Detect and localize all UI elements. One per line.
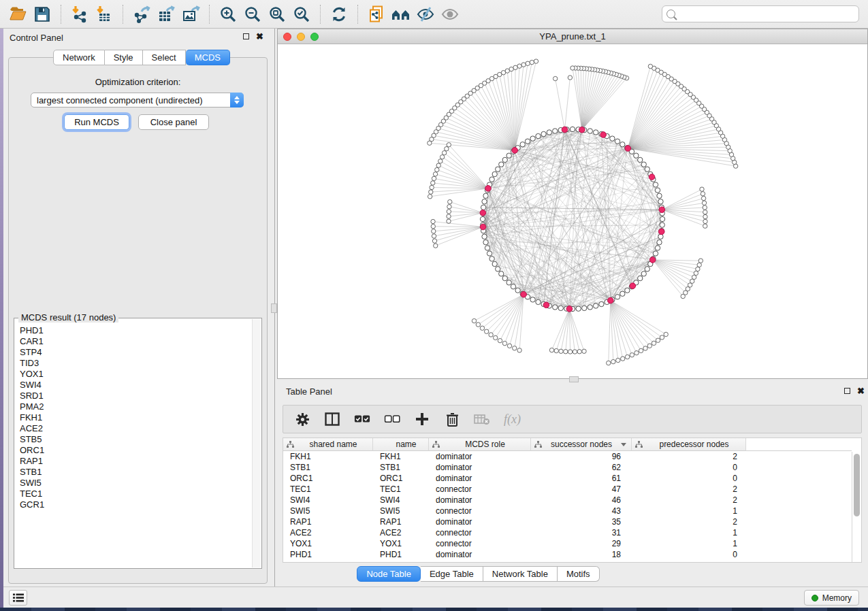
cell-name: ORC1	[373, 474, 429, 484]
cell-shared-name: SWI5	[283, 506, 373, 517]
mcds-result-item[interactable]: PHD1	[16, 325, 251, 336]
table-row[interactable]: SWI5SWI5connector431	[283, 506, 852, 517]
table-row[interactable]: YOX1YOX1connector291	[283, 539, 852, 550]
mcds-result-item[interactable]: PMA2	[16, 401, 251, 412]
table-toolbar: f(x)	[283, 405, 862, 433]
new-network-from-selection-icon[interactable]	[364, 3, 389, 26]
main-toolbar	[0, 0, 868, 29]
toolbar-separator	[320, 5, 321, 24]
search-icon	[666, 10, 675, 18]
mcds-result-item[interactable]: ACE2	[16, 423, 251, 434]
zoom-out-icon[interactable]	[240, 3, 265, 26]
table-row[interactable]: ORC1ORC1dominator610	[283, 474, 852, 484]
float-panel-icon[interactable]	[844, 388, 850, 394]
open-file-icon[interactable]	[5, 3, 30, 26]
tab-select[interactable]: Select	[143, 50, 186, 65]
cell-MCDS-role: dominator	[429, 474, 531, 484]
mcds-result-item[interactable]: ORC1	[16, 445, 251, 456]
tab-edge-table[interactable]: Edge Table	[421, 566, 483, 582]
table-scrollbar-thumb[interactable]	[854, 454, 860, 516]
save-session-icon[interactable]	[30, 3, 54, 26]
criterion-value: largest connected component (undirected)	[31, 95, 230, 105]
mcds-result-item[interactable]: TEC1	[16, 489, 251, 499]
mcds-result-item[interactable]: YOX1	[16, 369, 251, 380]
table-row[interactable]: PHD1PHD1dominator180	[283, 550, 852, 561]
cell-predecessor-nodes: 2	[632, 495, 746, 506]
memory-button[interactable]: Memory	[804, 590, 859, 606]
cell-successor-nodes: 35	[531, 517, 632, 528]
export-table-icon[interactable]	[154, 3, 178, 26]
mcds-result-item[interactable]: SWI5	[16, 478, 251, 489]
cell-predecessor-nodes: 2	[632, 452, 746, 463]
table-settings-icon[interactable]	[294, 411, 310, 427]
table-row[interactable]: STB1STB1dominator620	[283, 463, 852, 474]
mcds-result-item[interactable]: STP4	[16, 347, 251, 358]
cell-name: STB1	[373, 463, 429, 474]
deselect-all-icon[interactable]	[384, 411, 400, 427]
tab-mcds[interactable]: MCDS	[186, 50, 230, 65]
cell-MCDS-role: connector	[429, 484, 531, 495]
search-box[interactable]	[662, 5, 859, 22]
close-panel-button[interactable]: Close panel	[138, 114, 209, 130]
vertical-splitter-handle[interactable]	[271, 303, 277, 313]
run-mcds-button[interactable]: Run MCDS	[64, 114, 129, 130]
column-header-successor-nodes[interactable]: successor nodes	[531, 438, 632, 451]
select-all-icon[interactable]	[354, 411, 370, 427]
horizontal-splitter-handle[interactable]	[569, 376, 579, 382]
mcds-result-item[interactable]: SWI4	[16, 380, 251, 391]
mcds-result-item[interactable]: CAR1	[16, 336, 251, 347]
tab-style[interactable]: Style	[105, 50, 143, 65]
export-image-icon[interactable]	[178, 3, 203, 26]
column-header-predecessor-nodes[interactable]: predecessor nodes	[632, 438, 746, 451]
float-panel-icon[interactable]	[243, 33, 249, 39]
mcds-result-item[interactable]: GCR1	[16, 499, 251, 510]
tab-motifs[interactable]: Motifs	[558, 566, 600, 582]
search-input[interactable]	[679, 10, 854, 19]
close-panel-icon[interactable]: ✖	[256, 33, 263, 39]
network-canvas[interactable]	[278, 44, 867, 378]
cell-name: TEC1	[373, 484, 429, 495]
network-title: YPA_prune.txt_1	[278, 31, 867, 42]
first-neighbors-icon[interactable]	[389, 3, 413, 26]
close-panel-icon[interactable]: ✖	[857, 388, 865, 394]
task-history-button[interactable]	[9, 590, 27, 606]
zoom-in-icon[interactable]	[216, 3, 240, 26]
show-all-icon[interactable]	[438, 3, 462, 26]
mcds-list-scrollbar[interactable]	[252, 319, 261, 567]
zoom-selected-icon[interactable]	[289, 3, 314, 26]
tab-network[interactable]: Network	[53, 50, 105, 65]
show-columns-icon[interactable]	[324, 411, 340, 427]
mcds-result-item[interactable]: STB5	[16, 434, 251, 445]
hide-selected-icon[interactable]	[413, 3, 438, 26]
tab-node-table[interactable]: Node Table	[357, 566, 421, 582]
delete-column-icon[interactable]	[444, 411, 460, 427]
table-scrollbar[interactable]	[852, 452, 861, 562]
mcds-result-item[interactable]: TID3	[16, 358, 251, 369]
zoom-fit-icon[interactable]	[265, 3, 289, 26]
table-panel-title: Table Panel	[286, 386, 332, 397]
cell-name: ACE2	[373, 528, 429, 539]
export-network-icon[interactable]	[129, 3, 154, 26]
add-column-icon[interactable]	[414, 411, 430, 427]
column-header-shared-name[interactable]: shared name	[283, 438, 373, 451]
mcds-result-item[interactable]: STB1	[16, 467, 251, 478]
mcds-result-item[interactable]: FKH1	[16, 412, 251, 423]
mcds-result-item[interactable]: RAP1	[16, 456, 251, 467]
function-builder-icon[interactable]: f(x)	[504, 412, 521, 427]
column-header-name[interactable]: name	[373, 438, 429, 451]
import-network-icon[interactable]	[67, 3, 92, 26]
table-row[interactable]: ACE2ACE2connector311	[283, 528, 852, 539]
apply-layout-icon[interactable]	[327, 3, 351, 26]
table-row[interactable]: FKH1FKH1dominator962	[283, 452, 852, 463]
import-table-icon[interactable]	[92, 3, 116, 26]
table-row[interactable]: RAP1RAP1dominator352	[283, 517, 852, 528]
tab-network-table[interactable]: Network Table	[483, 566, 558, 582]
cell-predecessor-nodes: 0	[632, 474, 746, 484]
column-header-MCDS-role[interactable]: MCDS role	[429, 438, 531, 451]
table-row[interactable]: TEC1TEC1connector472	[283, 484, 852, 495]
mcds-result-item[interactable]: SRD1	[16, 391, 251, 401]
table-row[interactable]: SWI4SWI4dominator462	[283, 495, 852, 506]
delete-table-icon[interactable]	[474, 411, 490, 427]
node-table[interactable]: shared namenameMCDS rolesuccessor nodesp…	[283, 437, 862, 563]
criterion-dropdown[interactable]: largest connected component (undirected)	[31, 93, 244, 108]
